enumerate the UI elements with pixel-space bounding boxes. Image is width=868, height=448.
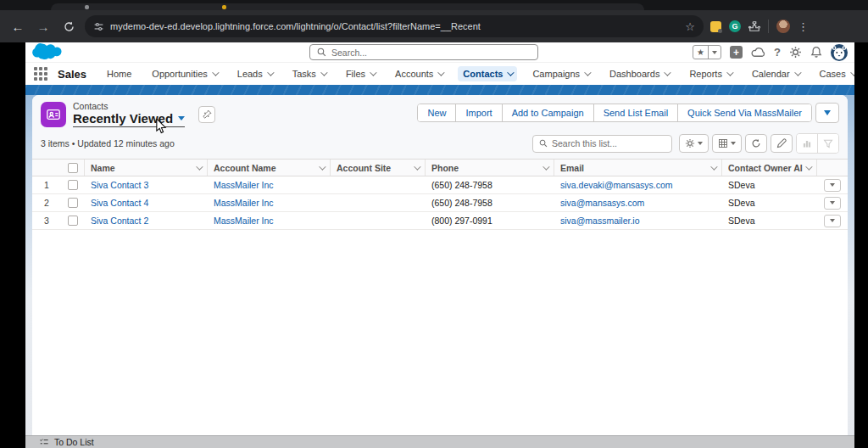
browser-tab-strip xyxy=(0,0,868,10)
nav-tab-accounts[interactable]: Accounts xyxy=(390,66,448,81)
nav-tab-tasks[interactable]: Tasks xyxy=(287,66,331,81)
pin-list-button[interactable] xyxy=(198,106,215,123)
more-actions-dropdown[interactable] xyxy=(815,103,839,123)
extension-icon[interactable] xyxy=(710,21,721,32)
nav-tab-dashboards[interactable]: Dashboards xyxy=(604,66,674,81)
display-as-button[interactable] xyxy=(712,134,742,153)
email-link[interactable]: siva.devaki@mansasys.com xyxy=(554,180,722,190)
global-actions-icon[interactable]: + xyxy=(730,46,743,59)
page-backdrop: Contacts Recently Viewed xyxy=(25,95,854,435)
app-launcher-icon[interactable] xyxy=(34,67,47,81)
column-header-name[interactable]: Name xyxy=(85,160,208,176)
notifications-bell-icon[interactable] xyxy=(810,46,822,59)
phone-cell: (650) 248-7958 xyxy=(426,198,554,208)
browser-forward-icon[interactable]: → xyxy=(34,17,53,36)
user-avatar[interactable] xyxy=(831,44,848,61)
url-text[interactable]: mydemo-dev-ed.develop.lightning.force.co… xyxy=(110,21,679,31)
favorites-star-icon[interactable]: ★ xyxy=(693,48,708,57)
extensions-puzzle-icon[interactable] xyxy=(748,20,760,32)
nav-tab-files[interactable]: Files xyxy=(341,66,380,81)
column-header-account-name[interactable]: Account Name xyxy=(208,160,331,176)
chevron-down-icon xyxy=(731,142,736,145)
trailhead-cloud-icon[interactable] xyxy=(751,47,765,59)
chevron-down-icon xyxy=(830,183,835,187)
import-button[interactable]: Import xyxy=(455,104,501,121)
inline-edit-button[interactable] xyxy=(771,134,793,153)
list-settings-button[interactable] xyxy=(679,134,709,153)
global-search-input[interactable]: Search... xyxy=(309,44,538,60)
salesforce-logo[interactable] xyxy=(32,43,70,62)
email-link[interactable]: siva@massmailer.io xyxy=(554,216,722,226)
list-view-card: Contacts Recently Viewed xyxy=(32,95,848,435)
nav-tab-leads[interactable]: Leads xyxy=(232,66,277,81)
bookmark-star-icon[interactable]: ☆ xyxy=(685,20,695,33)
list-actions: New Import Add to Campaign Send List Ema… xyxy=(417,101,839,123)
column-header-email[interactable]: Email xyxy=(554,160,722,176)
select-all-checkbox[interactable] xyxy=(61,160,85,176)
nav-tab-contacts[interactable]: Contacts xyxy=(458,66,517,81)
new-button[interactable]: New xyxy=(418,104,455,121)
filters-button[interactable] xyxy=(817,134,838,153)
column-header-account-site[interactable]: Account Site xyxy=(331,160,426,176)
toolbar-divider xyxy=(768,20,769,33)
browser-reload-icon[interactable] xyxy=(59,17,78,36)
account-name-link[interactable]: MassMailer Inc xyxy=(208,180,331,190)
help-icon[interactable]: ? xyxy=(774,46,781,59)
nav-tab-cases[interactable]: Cases xyxy=(815,66,854,81)
global-search-placeholder: Search... xyxy=(331,48,367,58)
row-actions-dropdown[interactable] xyxy=(824,197,841,210)
row-checkbox[interactable] xyxy=(61,198,85,208)
list-view-title[interactable]: Recently Viewed xyxy=(73,111,173,126)
row-number: 1 xyxy=(32,180,61,190)
refresh-button[interactable] xyxy=(745,134,767,153)
app-name[interactable]: Sales xyxy=(58,68,86,81)
todo-list-label[interactable]: To Do List xyxy=(54,437,94,447)
setup-gear-icon[interactable] xyxy=(789,46,802,59)
phone-cell: (650) 248-7958 xyxy=(426,180,554,190)
quick-send-massmailer-button[interactable]: Quick Send Via MassMailer xyxy=(677,104,811,121)
favorites-dropdown-icon[interactable] xyxy=(708,46,721,59)
add-to-campaign-button[interactable]: Add to Campaign xyxy=(502,104,593,121)
nav-tab-calendar[interactable]: Calendar xyxy=(747,66,804,81)
column-header-phone[interactable]: Phone xyxy=(426,160,554,176)
list-view-selector[interactable]: Recently Viewed xyxy=(73,111,185,127)
contact-name-link[interactable]: Siva Contact 3 xyxy=(85,180,208,190)
table-header-row: Name Account Name Account Site Phone Ema… xyxy=(32,159,848,176)
row-checkbox[interactable] xyxy=(61,216,85,226)
browser-menu-icon[interactable]: ⋮ xyxy=(798,20,809,33)
row-actions-cell xyxy=(817,215,848,227)
browser-profile-avatar[interactable] xyxy=(776,20,790,33)
global-header: Search... ★ + ? xyxy=(25,42,854,62)
chevron-down-icon xyxy=(438,69,445,76)
list-search-input[interactable]: Search this list... xyxy=(532,135,672,153)
address-bar[interactable]: mydemo-dev-ed.develop.lightning.force.co… xyxy=(85,15,704,37)
header-icon-cluster: ★ + ? xyxy=(693,44,848,60)
site-settings-icon[interactable] xyxy=(93,21,104,32)
nav-tab-home[interactable]: Home xyxy=(102,66,136,81)
browser-toolbar: ← → mydemo-dev-ed.develop.lightning.forc… xyxy=(0,10,868,42)
nav-tab-reports[interactable]: Reports xyxy=(684,66,737,81)
favorites-button[interactable]: ★ xyxy=(693,45,721,59)
charts-button[interactable] xyxy=(797,134,817,153)
row-actions-dropdown[interactable] xyxy=(824,215,841,227)
pin-icon xyxy=(203,109,212,119)
list-view-dropdown-icon[interactable] xyxy=(178,116,185,120)
contact-name-link[interactable]: Siva Contact 2 xyxy=(85,216,208,226)
entity-title-block: Contacts Recently Viewed xyxy=(41,101,215,127)
grammarly-extension-icon[interactable]: G xyxy=(729,20,741,32)
send-list-email-button[interactable]: Send List Email xyxy=(593,104,677,121)
chevron-down-icon xyxy=(370,69,376,76)
email-link[interactable]: siva@mansasys.com xyxy=(554,198,722,208)
nav-tab-campaigns[interactable]: Campaigns xyxy=(527,66,594,81)
account-name-link[interactable]: MassMailer Inc xyxy=(208,198,331,208)
column-header-actions xyxy=(817,160,848,176)
browser-tab[interactable] xyxy=(51,3,644,10)
contact-name-link[interactable]: Siva Contact 4 xyxy=(85,198,208,208)
browser-back-icon[interactable]: ← xyxy=(8,17,27,36)
row-actions-dropdown[interactable] xyxy=(824,179,841,192)
chevron-down-icon xyxy=(196,163,203,170)
row-checkbox[interactable] xyxy=(61,180,85,190)
column-header-owner-alias[interactable]: Contact Owner Ali... xyxy=(722,160,817,176)
nav-tab-opportunities[interactable]: Opportunities xyxy=(147,66,221,81)
account-name-link[interactable]: MassMailer Inc xyxy=(208,216,331,226)
